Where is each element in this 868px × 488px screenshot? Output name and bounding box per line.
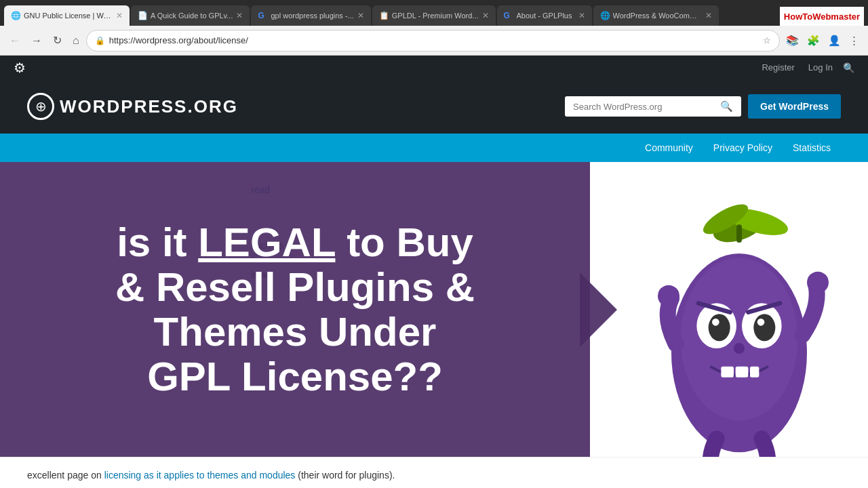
tab-bar: 🌐 GNU Public License | Wo... ✕ 📄 A Quick… (0, 0, 868, 26)
wp-header: ⊕ WORDPRESS.ORG 🔍 Get WordPress (0, 79, 868, 134)
nav-community-link[interactable]: Community (635, 134, 703, 161)
howto-logo-image: HowToWebmaster (780, 7, 864, 26)
tab4-favicon: 📋 (379, 11, 389, 20)
tab3-close-button[interactable]: ✕ (357, 11, 364, 20)
wordpress-logo[interactable]: ⊕ WORDPRESS.ORG (27, 93, 238, 120)
wp-nav-right: Community Privacy Policy Statistics (635, 134, 841, 161)
wp-main-content: is it LEGAL to Buy & Resell Plugins & Th… (0, 162, 868, 457)
address-bar-actions: ☆ (763, 35, 771, 45)
back-button[interactable]: ← (5, 32, 24, 49)
overlay-line1: is it LEGAL to Buy (117, 220, 473, 265)
svg-point-11 (757, 319, 765, 326)
tab6-favicon: 🌐 (600, 11, 610, 20)
tab-gplplus[interactable]: G About - GPLPlus ✕ (497, 5, 592, 26)
overlay-advertisement: is it LEGAL to Buy & Resell Plugins & Th… (0, 162, 590, 457)
svg-rect-15 (721, 367, 734, 378)
address-input[interactable] (109, 35, 759, 45)
get-wordpress-button[interactable]: Get WordPress (748, 94, 841, 119)
browser-actions: 📚 🧩 👤 ⋮ (783, 32, 863, 49)
tab2-title: A Quick Guide to GPLv... (151, 12, 233, 20)
tab4-close-button[interactable]: ✕ (482, 11, 489, 20)
eggplant-mascot-svg (644, 199, 834, 457)
overlay-arrow (580, 272, 617, 347)
security-lock-icon: 🔒 (95, 36, 105, 45)
licensing-themes-link[interactable]: licensing as it applies to themes and mo… (104, 470, 296, 481)
excellent-page-text: excellent page on (27, 470, 102, 481)
wp-top-links: Register Log In (762, 62, 833, 73)
tab-woocommerce[interactable]: 🌐 WordPress & WooComm... ✕ (593, 5, 719, 26)
login-link[interactable]: Log In (808, 62, 833, 73)
page-bottom-content: excellent page on licensing as it applie… (0, 457, 868, 488)
bookmarks-icon[interactable]: 📚 (783, 32, 802, 49)
wp-nav: Community Privacy Policy Statistics (0, 134, 868, 162)
svg-point-18 (658, 285, 679, 307)
tab6-title: WordPress & WooComm... (613, 12, 702, 20)
page-bottom-paragraph: excellent page on licensing as it applie… (27, 468, 841, 483)
register-link[interactable]: Register (762, 62, 794, 73)
tab3-title: gpl wordpress plugins -... (271, 12, 353, 20)
overlay-legal-word: LEGAL (198, 220, 335, 265)
tab4-title: GPLDL - Premium Word... (392, 12, 479, 20)
nav-statistics-link[interactable]: Statistics (783, 134, 841, 161)
address-bar: 🔒 ☆ (86, 30, 780, 52)
browser-chrome: 🌐 GNU Public License | Wo... ✕ 📄 A Quick… (0, 0, 868, 56)
howto-logo: HowToWebmaster (780, 7, 864, 26)
tab1-favicon: 🌐 (11, 11, 20, 20)
tab5-close-button[interactable]: ✕ (578, 11, 585, 20)
wp-logo-w-icon: ⊕ (35, 98, 47, 115)
svg-point-14 (734, 343, 745, 354)
svg-point-19 (807, 272, 829, 293)
wp-search-submit-button[interactable]: 🔍 (720, 100, 733, 113)
website: ⚙ Register Log In 🔍 ⊕ WORDPRESS.ORG 🔍 Ge… (0, 56, 868, 488)
wp-top-bar: ⚙ Register Log In 🔍 (0, 56, 868, 79)
overlay-line4: GPL License?? (147, 354, 443, 399)
forward-button[interactable]: → (27, 32, 46, 49)
eggplant-mascot-container (644, 199, 848, 457)
nav-privacy-policy-link[interactable]: Privacy Policy (703, 134, 783, 161)
bookmark-icon[interactable]: ☆ (763, 35, 771, 45)
svg-point-8 (709, 314, 730, 341)
svg-point-9 (753, 314, 775, 341)
tab2-favicon: 📄 (138, 11, 147, 20)
wp-logo-text: WORDPRESS.ORG (60, 96, 238, 117)
wp-search-bar-container: 🔍 (565, 96, 741, 117)
tab1-title: GNU Public License | Wo... (24, 12, 113, 20)
profile-icon[interactable]: 👤 (825, 32, 844, 49)
tab-gpl-wordpress-plugins[interactable]: G gpl wordpress plugins -... ✕ (251, 5, 370, 26)
overlay-line3: Themes Under (154, 309, 437, 354)
svg-point-5 (680, 258, 797, 421)
tab5-favicon: G (504, 11, 513, 20)
their-word-text: (their word for plugins). (298, 470, 395, 481)
home-button[interactable]: ⌂ (68, 32, 83, 49)
svg-rect-17 (750, 367, 759, 378)
svg-rect-3 (736, 224, 742, 243)
tab6-close-button[interactable]: ✕ (705, 11, 712, 20)
reload-button[interactable]: ↻ (49, 31, 66, 49)
tab5-title: About - GPLPlus (517, 12, 575, 20)
svg-rect-16 (736, 367, 749, 378)
tab3-favicon: G (258, 11, 267, 20)
tab-quick-guide[interactable]: 📄 A Quick Guide to GPLv... ✕ (131, 5, 250, 26)
overlay-ad-text: is it LEGAL to Buy & Resell Plugins & Th… (115, 220, 475, 399)
svg-point-10 (712, 319, 719, 326)
tab1-close-button[interactable]: ✕ (116, 11, 123, 20)
eggplant-mascot-area (624, 176, 868, 457)
more-options-icon[interactable]: ⋮ (846, 32, 863, 49)
extensions-icon[interactable]: 🧩 (804, 32, 823, 49)
wp-search-input[interactable] (573, 102, 720, 112)
overlay-line2: & Resell Plugins & (115, 264, 475, 310)
nav-bar: ← → ↻ ⌂ 🔒 ☆ 📚 🧩 👤 ⋮ (0, 26, 868, 56)
top-search-icon[interactable]: 🔍 (843, 62, 854, 73)
wp-logo-circle: ⊕ (27, 93, 54, 120)
tab-gpldl[interactable]: 📋 GPLDL - Premium Word... ✕ (372, 5, 496, 26)
tab2-close-button[interactable]: ✕ (236, 11, 243, 20)
tab-gnu-public-license[interactable]: 🌐 GNU Public License | Wo... ✕ (4, 5, 130, 26)
wp-admin-icon[interactable]: ⚙ (14, 60, 26, 76)
wp-header-search: 🔍 Get WordPress (565, 94, 841, 119)
